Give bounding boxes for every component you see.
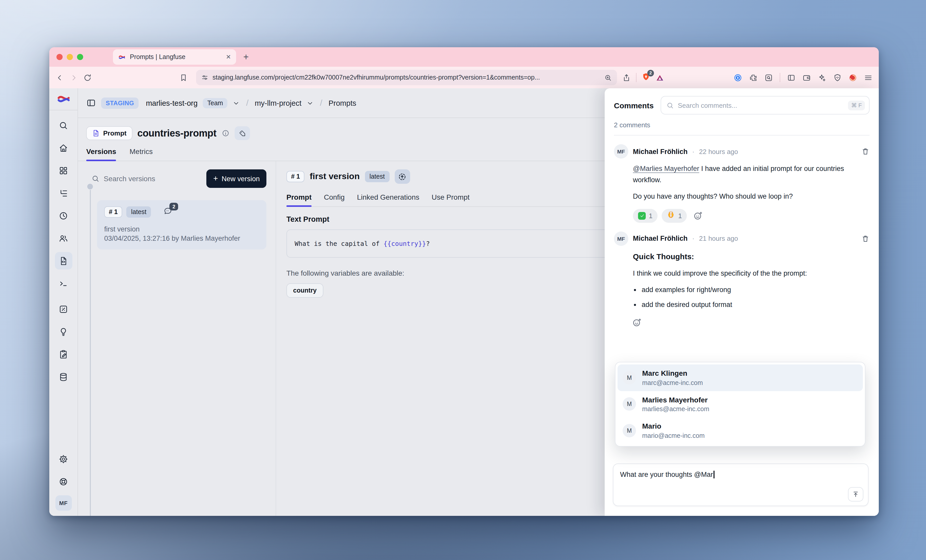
sidebar-item-home[interactable] — [54, 139, 72, 157]
tab-config[interactable]: Config — [324, 193, 345, 206]
check-emoji-icon — [638, 212, 646, 219]
bat-rewards-icon[interactable] — [655, 73, 664, 82]
percent-box-icon — [59, 304, 68, 314]
forward-icon[interactable] — [69, 73, 78, 82]
firefox-like-swirl-icon[interactable] — [849, 73, 857, 82]
tab-close-icon[interactable]: ✕ — [226, 53, 231, 61]
detail-latest-badge: latest — [365, 171, 389, 182]
mention-option-marlies[interactable]: M Marlies Mayerhofer marlies@acme-inc.co… — [617, 391, 863, 417]
reaction-check[interactable]: 1 — [633, 209, 658, 222]
sidebar-item-sessions[interactable] — [54, 207, 72, 224]
onepassword-icon[interactable] — [734, 73, 742, 82]
delete-comment-icon[interactable] — [861, 147, 870, 156]
comment-input[interactable]: What are your thoughts @Mar — [613, 463, 869, 506]
sidebar-toggle-icon[interactable] — [787, 73, 796, 82]
comments-indicator[interactable]: 2 — [163, 206, 173, 218]
mention-name: Marlies Mayerhofer — [642, 395, 710, 404]
sidebar-item-database[interactable] — [54, 368, 72, 386]
leo-ai-sparkles-icon[interactable] — [818, 73, 826, 82]
detail-tabs: Prompt Config Linked Generations Use Pro… — [286, 193, 625, 207]
langfuse-logo-icon[interactable] — [57, 92, 70, 106]
add-reaction-icon[interactable] — [693, 211, 703, 221]
tags-button[interactable] — [235, 126, 250, 140]
versions-search-input[interactable] — [104, 174, 165, 183]
sidebar-item-dashboards[interactable] — [54, 162, 72, 179]
version-title: first version — [104, 226, 259, 233]
version-card[interactable]: # 1 latest 2 first version 03/04/2025, 1… — [97, 200, 266, 250]
version-card-badges: # 1 latest 2 — [104, 206, 259, 218]
sidebar-item-users[interactable] — [54, 229, 72, 247]
prompt-variable: {{country}} — [383, 240, 426, 247]
chevron-down-icon[interactable] — [307, 99, 314, 106]
reaction-raised-hands[interactable]: 1 — [662, 209, 687, 222]
menu-hamburger-icon[interactable] — [864, 73, 873, 82]
sidebar-item-settings[interactable] — [54, 450, 72, 468]
close-window-button[interactable] — [56, 54, 63, 60]
chevron-down-icon[interactable] — [233, 99, 240, 106]
comment-body: Quick Thoughts: I think we could improve… — [633, 250, 870, 331]
search-tabs-icon[interactable] — [764, 73, 773, 82]
wallet-icon[interactable] — [802, 73, 811, 82]
comments-search-input[interactable] — [678, 101, 844, 109]
sidebar-item-prompts[interactable] — [54, 252, 72, 269]
mention-option-mario[interactable]: M Mario mario@acme-inc.com — [617, 417, 863, 444]
tab-versions[interactable]: Versions — [86, 147, 116, 160]
shield-count-badge: 2 — [647, 70, 654, 76]
back-icon[interactable] — [56, 73, 64, 82]
new-version-button[interactable]: + New version — [207, 170, 266, 188]
comments-search[interactable]: ⌘ F — [660, 96, 870, 115]
submit-comment-button[interactable] — [848, 487, 863, 501]
sidebar-item-evaluation[interactable] — [54, 300, 72, 318]
brave-shield-icon[interactable]: 2 — [642, 72, 651, 83]
extensions-puzzle-icon[interactable] — [749, 73, 758, 82]
terminal-icon — [59, 278, 68, 288]
user-avatar[interactable]: MF — [55, 495, 72, 511]
promote-version-button[interactable] — [395, 170, 410, 184]
sidebar-item-tracing[interactable] — [54, 184, 72, 202]
sidebar-item-playground[interactable] — [54, 275, 72, 292]
life-ring-icon — [59, 477, 68, 486]
zoom-page-icon[interactable] — [604, 74, 612, 81]
comment-author: Michael Fröhlich — [633, 148, 688, 155]
new-tab-button[interactable]: + — [243, 51, 249, 62]
breadcrumb-org[interactable]: marlies-test-org — [146, 99, 197, 107]
sidebar-item-support[interactable] — [54, 473, 72, 490]
tab-title: Prompts | Langfuse — [130, 53, 222, 61]
comment-head: MF Michael Fröhlich · 22 hours ago — [614, 144, 870, 159]
zoom-window-button[interactable] — [77, 54, 83, 60]
refresh-icon[interactable] — [83, 73, 92, 82]
tab-use-prompt[interactable]: Use Prompt — [432, 193, 470, 206]
breadcrumb-separator: / — [245, 98, 250, 108]
org-role-badge: Team — [203, 98, 228, 108]
reactions-row: 1 1 — [633, 209, 870, 222]
sidebar-item-annotation[interactable] — [54, 323, 72, 340]
comment-time: 22 hours ago — [699, 148, 738, 155]
mention-name: Mario — [642, 422, 705, 431]
mention-option-marc[interactable]: M Marc Klingen marc@acme-inc.com — [617, 365, 863, 391]
minimize-window-button[interactable] — [67, 54, 73, 60]
mention-dropdown: M Marc Klingen marc@acme-inc.com M Marli… — [615, 362, 865, 446]
site-settings-icon[interactable] — [201, 74, 209, 81]
tag-icon — [238, 130, 246, 137]
browser-window: Prompts | Langfuse ✕ + staging.langfuse.… — [49, 47, 879, 516]
tab-prompt[interactable]: Prompt — [286, 193, 312, 206]
info-icon[interactable] — [221, 129, 229, 137]
add-reaction-icon[interactable] — [632, 318, 642, 328]
delete-comment-icon[interactable] — [861, 234, 870, 242]
tab-linked-generations[interactable]: Linked Generations — [357, 193, 419, 206]
comment-bullet-list: add examples for right/wrong add the des… — [633, 284, 864, 310]
comment-author: Michael Fröhlich — [633, 235, 688, 242]
sidebar-item-datasets[interactable] — [54, 345, 72, 363]
vpn-shield-icon[interactable] — [833, 73, 842, 82]
url-bar[interactable]: staging.langfuse.com/project/cm22fk0w700… — [196, 70, 617, 85]
share-icon[interactable] — [622, 73, 631, 82]
bookmark-icon[interactable] — [179, 73, 188, 82]
detail-version-number: # 1 — [286, 171, 305, 182]
mention-link[interactable]: @Marlies Mayerhofer — [633, 165, 699, 173]
sidebar-item-search[interactable] — [54, 117, 72, 134]
tab-metrics[interactable]: Metrics — [130, 147, 153, 160]
panel-left-toggle-icon[interactable] — [86, 98, 96, 108]
breadcrumb-project[interactable]: my-llm-project — [254, 99, 301, 107]
comments-divider — [614, 135, 870, 136]
browser-tab-active[interactable]: Prompts | Langfuse ✕ — [113, 49, 236, 65]
